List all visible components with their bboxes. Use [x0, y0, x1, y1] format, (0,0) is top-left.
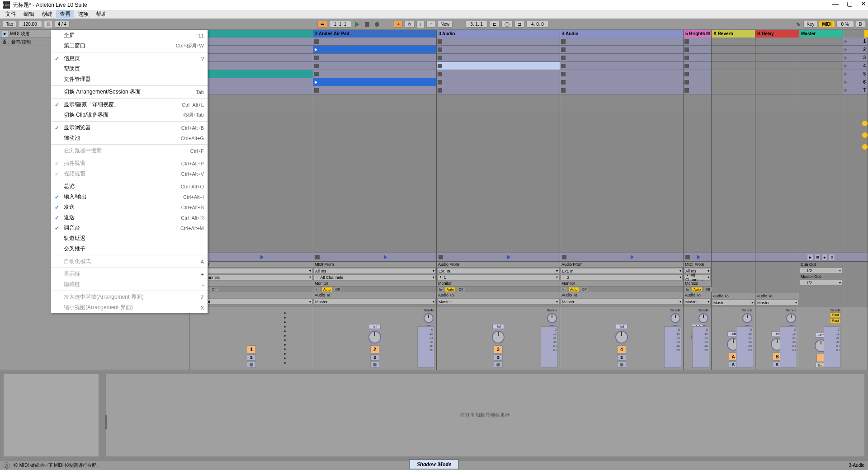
track-status-slot[interactable] — [190, 253, 313, 261]
view-menu-item[interactable]: ✓显示/隐藏「详细视窗」Ctrl+Alt+L — [51, 99, 208, 110]
close-icon[interactable]: ✕ — [861, 0, 866, 7]
view-menu-item[interactable]: 全屏F11 — [51, 30, 208, 41]
clip-slot[interactable] — [313, 78, 436, 86]
metronome-icon[interactable]: ⦙⦙⦙ — [44, 21, 53, 28]
send-knob[interactable] — [670, 313, 680, 323]
automation-arm-icon[interactable]: ↻ — [405, 21, 415, 28]
midi-map-button[interactable]: MIDI — [819, 21, 834, 27]
scene-launch[interactable]: 2 — [843, 46, 868, 54]
clip-slot[interactable] — [684, 38, 711, 46]
io-to-select[interactable]: Master — [314, 299, 436, 305]
view-menu-item[interactable]: ✓返送Ctrl+Alt+R — [51, 212, 208, 223]
clip-slot[interactable] — [437, 78, 560, 86]
track-activator[interactable]: 2 — [370, 345, 379, 353]
io-to-select[interactable]: Master — [561, 299, 683, 305]
view-menu-item[interactable]: ✓显示浏览器Ctrl+Alt+B — [51, 122, 208, 133]
monitor-button[interactable]: Auto — [321, 287, 332, 292]
menu-编辑[interactable]: 编辑 — [20, 9, 38, 19]
capture-icon[interactable]: ○ — [426, 21, 435, 28]
scene-launch[interactable]: 1 — [843, 38, 868, 46]
view-menu-item[interactable]: 总览Ctrl+Alt+O — [51, 181, 208, 192]
clip-slot[interactable] — [190, 54, 313, 62]
clip-slot[interactable] — [437, 54, 560, 62]
monitor-button[interactable]: In — [684, 287, 691, 292]
send-knob[interactable] — [547, 313, 557, 323]
view-menu-item[interactable]: 切换 Arrangement/Session 界面Tab — [51, 87, 208, 97]
clip-slot[interactable] — [190, 62, 313, 70]
midi-map-knob-icon[interactable] — [862, 132, 868, 138]
menu-文件[interactable]: 文件 — [2, 9, 20, 19]
clip-slot[interactable] — [560, 62, 683, 70]
monitor-button[interactable]: Auto — [568, 287, 579, 292]
scene-launch[interactable]: 6 — [843, 78, 868, 86]
reenable-automation-icon[interactable]: ⦀ — [416, 21, 425, 28]
clip-slot[interactable] — [684, 46, 711, 54]
clip-slot[interactable] — [190, 38, 313, 46]
io-from-select[interactable]: All Ins — [190, 268, 312, 274]
view-menu-item[interactable]: 第二窗口Ctrl+移调+W — [51, 41, 208, 51]
arm-button[interactable] — [617, 362, 626, 368]
clip-slot[interactable] — [560, 46, 683, 54]
send-knob[interactable] — [698, 313, 708, 323]
overdub-icon[interactable]: + — [394, 21, 403, 28]
solo-button[interactable]: S — [370, 354, 379, 361]
view-menu-item[interactable]: 切换 Clip/设备界面移调+Tab — [51, 110, 208, 120]
track-activator[interactable]: 3 — [494, 345, 503, 353]
follow-icon[interactable]: ⬌ — [317, 21, 327, 28]
master-control-icon[interactable]: ■ — [821, 254, 828, 260]
clip-slot[interactable] — [190, 78, 313, 86]
io-channel-select[interactable]: ᠄ All Channels — [684, 274, 711, 280]
disk-overload-icon[interactable]: D — [856, 21, 865, 28]
sig-field[interactable]: 4 / 4 — [55, 21, 70, 28]
maximize-icon[interactable]: ▢ — [847, 0, 853, 7]
track-header[interactable]: Master — [799, 30, 843, 38]
clip-slot[interactable] — [560, 70, 683, 78]
loop-length[interactable]: 4. 0. 0 — [526, 21, 549, 28]
clip-slot[interactable] — [437, 38, 560, 46]
info-icon[interactable]: △ — [4, 462, 10, 469]
menu-查看[interactable]: 查看 — [56, 9, 74, 19]
clip-slot[interactable] — [313, 70, 436, 78]
scene-launch[interactable]: 4 — [843, 62, 868, 70]
view-menu-item[interactable]: ✓发送Ctrl+Alt+S — [51, 202, 208, 212]
io-to-select[interactable]: Master — [437, 299, 559, 305]
menu-创建[interactable]: 创建 — [38, 9, 56, 19]
scene-launch[interactable]: 7 — [843, 86, 868, 94]
clip-slot[interactable] — [684, 86, 711, 94]
master-out-select[interactable]: ᠄ 1/2 — [800, 280, 842, 286]
tap-button[interactable]: Tap — [3, 21, 16, 28]
clip-slot[interactable] — [313, 46, 436, 54]
clip-slot[interactable] — [437, 62, 560, 70]
solo-button[interactable]: S — [494, 354, 503, 361]
pan-knob[interactable] — [368, 331, 381, 343]
monitor-button[interactable]: Off — [703, 287, 712, 292]
scene-launch[interactable]: 5 — [843, 70, 868, 78]
monitor-button[interactable]: In — [314, 287, 321, 292]
volume-value[interactable]: -Inf — [616, 324, 627, 329]
clip-slot[interactable] — [684, 62, 711, 70]
clip-slot[interactable] — [437, 70, 560, 78]
io-to-select[interactable]: No Output — [190, 299, 312, 305]
key-map-button[interactable]: Key — [803, 21, 817, 28]
solo-button[interactable]: S — [617, 354, 626, 361]
loop-start[interactable]: 3. 1. 1 — [465, 21, 488, 28]
send-knob[interactable] — [786, 313, 796, 323]
arm-button[interactable] — [247, 362, 256, 368]
track-header[interactable]: 1 MIDI — [190, 30, 313, 38]
track-status-slot[interactable] — [684, 253, 712, 261]
cue-out-select[interactable]: ᠄ 1/2 — [800, 268, 842, 273]
minimize-icon[interactable]: — — [832, 0, 839, 7]
monitor-button[interactable]: In — [437, 287, 444, 292]
master-control-icon[interactable]: ⊞ — [814, 254, 821, 260]
view-menu-item[interactable]: ✓调音台Ctrl+Alt+M — [51, 223, 208, 233]
monitor-button[interactable]: In — [561, 287, 567, 292]
track-activator[interactable]: 1 — [247, 345, 256, 353]
view-menu-item[interactable]: 律动池Ctrl+Alt+G — [51, 133, 208, 143]
send-knob[interactable] — [742, 313, 752, 323]
view-menu-item[interactable]: 轨道延迟 — [51, 233, 208, 244]
volume-value[interactable]: -Inf — [492, 324, 504, 329]
arm-button[interactable] — [494, 362, 503, 368]
track-header[interactable]: 4 Audio — [560, 30, 684, 38]
punch-in-icon[interactable]: ⊏ — [490, 21, 500, 28]
view-menu-item[interactable]: ✓输入/输出Ctrl+Alt+I — [51, 192, 208, 202]
